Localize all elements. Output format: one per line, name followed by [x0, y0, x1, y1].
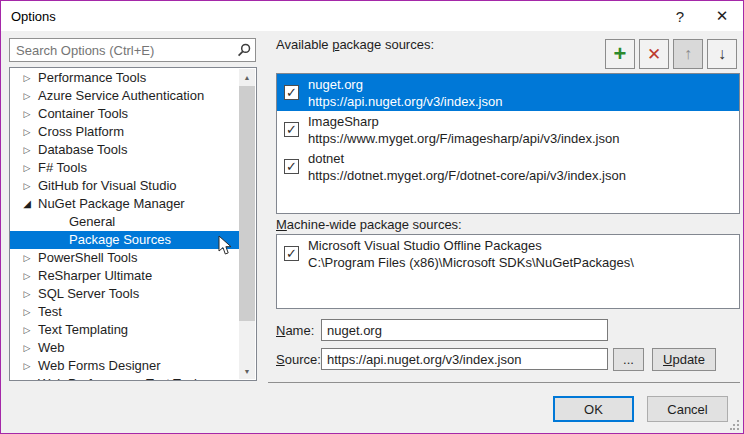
tree-item-github-for-visual-studio[interactable]: ▷GitHub for Visual Studio	[10, 177, 239, 195]
update-button[interactable]: Update	[652, 348, 716, 371]
source-url: https://dotnet.myget.org/F/dotnet-core/a…	[308, 167, 626, 184]
search-input[interactable]	[9, 38, 256, 62]
source-field[interactable]	[321, 348, 608, 370]
collapsed-twisty-icon[interactable]: ▷	[20, 249, 34, 267]
source-row-dotnet[interactable]: ✓dotnethttps://dotnet.myget.org/F/dotnet…	[277, 148, 739, 185]
cancel-button[interactable]: Cancel	[647, 396, 728, 422]
source-name: dotnet	[308, 150, 626, 167]
search-icon[interactable]	[237, 43, 251, 57]
scroll-down-icon[interactable]: ▼	[239, 363, 255, 379]
tree-scrollbar[interactable]: ▲ ▼	[239, 69, 255, 379]
options-tree: ▷Performance Tools▷Azure Service Authent…	[9, 67, 257, 381]
footer-separator	[268, 382, 740, 383]
checkbox-checked-icon[interactable]: ✓	[284, 122, 299, 137]
collapsed-twisty-icon[interactable]: ▷	[20, 375, 34, 381]
collapsed-twisty-icon[interactable]: ▷	[20, 339, 34, 357]
tree-items: ▷Performance Tools▷Azure Service Authent…	[10, 69, 239, 381]
plus-icon: +	[614, 43, 627, 65]
tree-item-label: Web	[38, 339, 65, 357]
options-dialog: Options ? ✕ ▷Performance Tools▷Azure Ser…	[0, 0, 744, 434]
move-down-button[interactable]: ↓	[707, 39, 737, 69]
source-row-imagesharp[interactable]: ✓ImageSharphttps://www.myget.org/F/image…	[277, 111, 739, 148]
tree-item-label: PowerShell Tools	[38, 249, 137, 267]
tree-item-label: General	[69, 213, 115, 231]
tree-item-test[interactable]: ▷Test	[10, 303, 239, 321]
resize-grip-icon[interactable]	[730, 420, 740, 430]
tree-item-label: Database Tools	[38, 141, 127, 159]
collapsed-twisty-icon[interactable]: ▷	[20, 159, 34, 177]
tree-item-resharper-ultimate[interactable]: ▷ReSharper Ultimate	[10, 267, 239, 285]
add-source-button[interactable]: +	[605, 39, 635, 69]
source-name: nuget.org	[308, 76, 502, 93]
expanded-twisty-icon[interactable]: ◢	[20, 195, 34, 213]
tree-item-web-performance-test-tools[interactable]: ▷Web Performance Test Tools	[10, 375, 239, 381]
tree-item-web[interactable]: ▷Web	[10, 339, 239, 357]
tree-item-label: NuGet Package Manager	[38, 195, 185, 213]
tree-item-general[interactable]: General	[10, 213, 239, 231]
tree-item-label: Performance Tools	[38, 69, 146, 87]
collapsed-twisty-icon[interactable]: ▷	[20, 105, 34, 123]
window-title: Options	[11, 9, 56, 24]
machine-sources-label: Machine-wide package sources:	[276, 217, 462, 232]
source-url: C:\Program Files (x86)\Microsoft SDKs\Nu…	[308, 254, 634, 271]
collapsed-twisty-icon[interactable]: ▷	[20, 285, 34, 303]
tree-item-label: SQL Server Tools	[38, 285, 139, 303]
collapsed-twisty-icon[interactable]: ▷	[20, 267, 34, 285]
source-row-microsoft-visual-studio-offline-packages[interactable]: ✓Microsoft Visual Studio Offline Package…	[277, 235, 739, 272]
ok-button[interactable]: OK	[553, 396, 634, 422]
remove-source-button[interactable]: ✕	[639, 39, 669, 69]
search-box	[9, 38, 256, 62]
tree-item-container-tools[interactable]: ▷Container Tools	[10, 105, 239, 123]
available-sources-list: ✓nuget.orghttps://api.nuget.org/v3/index…	[276, 73, 740, 214]
source-texts: dotnethttps://dotnet.myget.org/F/dotnet-…	[308, 150, 626, 184]
tree-item-label: GitHub for Visual Studio	[38, 177, 177, 195]
tree-item-label: Package Sources	[69, 231, 171, 249]
arrow-down-icon: ↓	[718, 46, 726, 62]
tree-item-nuget-package-manager[interactable]: ◢NuGet Package Manager	[10, 195, 239, 213]
collapsed-twisty-icon[interactable]: ▷	[20, 321, 34, 339]
collapsed-twisty-icon[interactable]: ▷	[20, 141, 34, 159]
tree-item-azure-service-authentication[interactable]: ▷Azure Service Authentication	[10, 87, 239, 105]
tree-item-database-tools[interactable]: ▷Database Tools	[10, 141, 239, 159]
checkbox-checked-icon[interactable]: ✓	[284, 159, 299, 174]
source-row-nuget-org[interactable]: ✓nuget.orghttps://api.nuget.org/v3/index…	[277, 74, 739, 111]
tree-item-f-tools[interactable]: ▷F# Tools	[10, 159, 239, 177]
move-up-button[interactable]: ↑	[673, 39, 703, 69]
tree-item-cross-platform[interactable]: ▷Cross Platform	[10, 123, 239, 141]
source-name: ImageSharp	[308, 113, 619, 130]
tree-item-web-forms-designer[interactable]: ▷Web Forms Designer	[10, 357, 239, 375]
tree-item-label: Container Tools	[38, 105, 128, 123]
tree-item-text-templating[interactable]: ▷Text Templating	[10, 321, 239, 339]
checkbox-checked-icon[interactable]: ✓	[284, 85, 299, 100]
remove-icon: ✕	[647, 46, 661, 63]
tree-item-package-sources[interactable]: Package Sources	[10, 231, 239, 249]
checkbox-checked-icon[interactable]: ✓	[284, 246, 299, 261]
available-sources-label: Available package sources:	[276, 37, 434, 52]
scroll-up-icon[interactable]: ▲	[239, 69, 255, 85]
tree-item-label: Web Forms Designer	[38, 357, 161, 375]
scrollbar-thumb[interactable]	[239, 86, 255, 321]
tree-item-sql-server-tools[interactable]: ▷SQL Server Tools	[10, 285, 239, 303]
mouse-cursor	[218, 235, 232, 256]
name-label: Name:	[276, 323, 314, 338]
name-field[interactable]	[321, 319, 608, 341]
source-label: Source:	[276, 352, 321, 367]
source-texts: ImageSharphttps://www.myget.org/F/images…	[308, 113, 619, 147]
help-icon[interactable]: ?	[659, 1, 701, 31]
collapsed-twisty-icon[interactable]: ▷	[20, 357, 34, 375]
tree-item-label: F# Tools	[38, 159, 87, 177]
collapsed-twisty-icon[interactable]: ▷	[20, 69, 34, 87]
title-bar: Options ? ✕	[1, 1, 743, 31]
tree-item-label: Cross Platform	[38, 123, 124, 141]
browse-button[interactable]: ...	[613, 348, 644, 371]
collapsed-twisty-icon[interactable]: ▷	[20, 123, 34, 141]
collapsed-twisty-icon[interactable]: ▷	[20, 177, 34, 195]
source-url: https://api.nuget.org/v3/index.json	[308, 93, 502, 110]
arrow-up-icon: ↑	[684, 46, 692, 62]
tree-item-powershell-tools[interactable]: ▷PowerShell Tools	[10, 249, 239, 267]
close-icon[interactable]: ✕	[701, 1, 743, 31]
collapsed-twisty-icon[interactable]: ▷	[20, 303, 34, 321]
collapsed-twisty-icon[interactable]: ▷	[20, 87, 34, 105]
tree-item-performance-tools[interactable]: ▷Performance Tools	[10, 69, 239, 87]
machine-sources-list: ✓Microsoft Visual Studio Offline Package…	[276, 234, 740, 309]
